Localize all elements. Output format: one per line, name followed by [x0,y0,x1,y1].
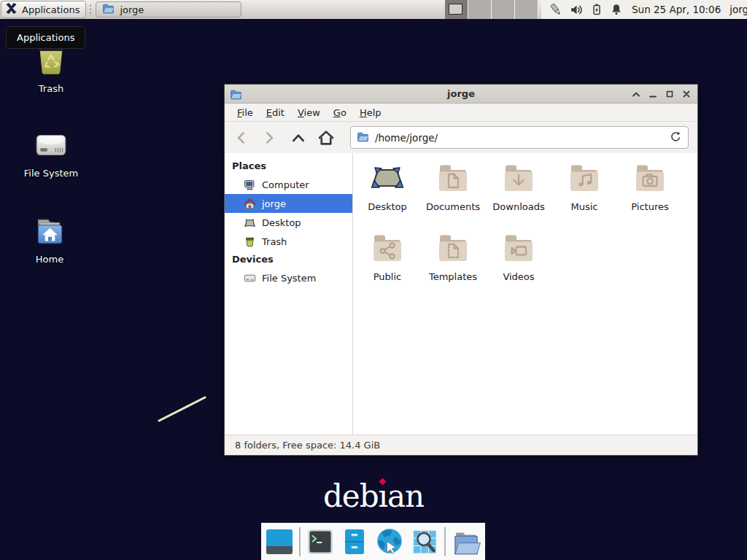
video-folder-icon: .e{fill:none;stroke:#b6a591;stroke-width… [501,228,536,268]
file-item-videos[interactable]: .e{fill:none;stroke:#b6a591;stroke-width… [486,228,551,298]
dock [261,523,485,560]
dock-file-cabinet-icon[interactable] [340,526,369,557]
taskbar-window-label: jorge [120,4,144,15]
volume-icon[interactable] [570,3,584,17]
shade-button[interactable] [627,85,644,103]
applications-tooltip: Applications [6,26,85,49]
computer-icon [244,179,256,191]
workspace-switcher [445,0,538,19]
panel-grip [88,3,93,16]
share-folder-icon: .e{fill:none;stroke:#b6a591;stroke-width… [370,228,405,268]
statusbar-text: 8 folders, Free space: 14.4 GiB [235,440,380,451]
close-button[interactable] [678,85,694,103]
clock[interactable]: Sun 25 Apr, 10:06 [632,4,721,15]
file-item-public[interactable]: .e{fill:none;stroke:#b6a591;stroke-width… [355,228,420,298]
file-item-label: Public [374,271,401,282]
panel-status-area: Sun 25 Apr, 10:06 jorge [541,0,747,19]
workspace-1[interactable] [445,0,468,19]
sidebar-item-label: File System [262,273,316,284]
statusbar: 8 folders, Free space: 14.4 GiB [225,435,697,455]
back-button[interactable] [232,129,251,147]
file-item-documents[interactable]: .e{fill:none;stroke:#b6a591;stroke-width… [420,158,486,228]
folder-icon [230,88,242,103]
workspace-4[interactable] [515,0,538,19]
file-item-downloads[interactable]: .e{fill:none;stroke:#b6a591;stroke-width… [486,158,551,228]
file-item-label: Documents [426,201,480,212]
music-folder-icon: .e{fill:none;stroke:#b6a591;stroke-width… [567,158,602,198]
titlebar[interactable]: jorge [225,85,697,104]
xfce-x-icon [4,1,18,18]
sidebar-header-devices: Devices [225,251,352,268]
dock-app-finder-icon[interactable] [410,526,439,557]
menu-file[interactable]: File [231,105,260,120]
window-body: Places Computer jorge Desktop TrashDevic… [225,153,697,436]
camera-folder-icon: .e{fill:none;stroke:#b6a591;stroke-width… [632,158,667,198]
reload-icon[interactable] [669,130,682,145]
dock-file-manager-icon[interactable] [451,526,481,557]
file-item-label: Desktop [368,201,407,212]
sidebar-item-trash[interactable]: Trash [225,232,352,251]
desktop-pad-icon [244,217,256,229]
desktop-icon [370,158,405,198]
folder-icon [357,131,369,145]
forward-button[interactable] [260,129,279,147]
window-title: jorge [225,88,697,99]
file-list: Desktop .e{fill:none;stroke:#b6a591;stro… [353,153,697,436]
hard-drive-icon [33,155,69,166]
folder-icon [102,2,115,17]
template-folder-icon: .e{fill:none;stroke:#b6a591;stroke-width… [436,228,471,268]
sidebar-item-label: Computer [262,179,309,190]
file-item-templates[interactable]: .e{fill:none;stroke:#b6a591;stroke-width… [420,228,486,298]
battery-icon[interactable] [590,3,603,16]
file-item-label: Templates [429,271,477,282]
applications-menu-button[interactable]: Applications [1,1,86,18]
maximize-button[interactable] [661,85,678,103]
sidebar-item-computer[interactable]: Computer [225,175,352,194]
stylus-icon[interactable] [549,2,563,17]
minimize-button[interactable] [644,85,661,103]
file-item-label: Pictures [631,201,668,212]
user-menu[interactable]: jorge [729,4,747,15]
dock-web-browser-icon[interactable] [374,526,405,557]
sidebar-item-label: Desktop [262,217,301,228]
dock-show-desktop-icon[interactable] [265,526,294,557]
sidebar-item-file-system[interactable]: File System [225,268,352,287]
up-button[interactable] [289,129,308,147]
menu-edit[interactable]: Edit [260,105,291,120]
menu-go[interactable]: Go [327,105,353,120]
path-text: /home/jorge/ [375,132,663,144]
applications-menu-label: Applications [22,4,80,15]
workspace-3[interactable] [492,0,515,19]
top-panel: Applications jorge Sun 25 Apr, 10:06 jor… [0,0,747,19]
menubar: FileEditViewGoHelp [225,104,697,122]
sidebar-item-label: jorge [262,198,286,209]
file-item-label: Downloads [492,201,544,212]
system-tray [549,2,623,17]
file-item-desktop[interactable]: Desktop [355,158,420,228]
document-folder-icon: .e{fill:none;stroke:#b6a591;stroke-width… [436,158,471,198]
debian-red-diamond [379,478,386,486]
file-item-music[interactable]: .e{fill:none;stroke:#b6a591;stroke-width… [551,158,617,228]
window-controls [627,85,694,104]
menu-view[interactable]: View [291,105,327,120]
desktop-icon-file-system[interactable]: File System [16,127,86,179]
home-red-icon [244,198,256,210]
dock-separator [444,527,446,556]
notifications-icon[interactable] [610,3,623,16]
sidebar-item-jorge[interactable]: jorge [225,194,352,213]
workspace-2[interactable] [468,0,492,19]
file-item-pictures[interactable]: .e{fill:none;stroke:#b6a591;stroke-width… [617,158,683,228]
toolbar: /home/jorge/ [225,122,697,153]
dock-terminal-icon[interactable] [306,526,335,557]
menu-help[interactable]: Help [353,105,388,120]
taskbar-window-button[interactable]: jorge [96,1,241,18]
desktop-icon-home[interactable]: Home [15,213,85,265]
address-bar[interactable]: /home/jorge/ [350,126,689,149]
download-folder-icon: .e{fill:none;stroke:#b6a591;stroke-width… [501,158,536,198]
home-button[interactable] [317,129,336,147]
sidebar-item-desktop[interactable]: Desktop [225,213,352,232]
workspace-window-thumb [449,4,462,15]
file-item-label: Videos [503,271,534,282]
sidebar-item-label: Trash [262,236,287,247]
file-item-label: Music [571,201,598,212]
